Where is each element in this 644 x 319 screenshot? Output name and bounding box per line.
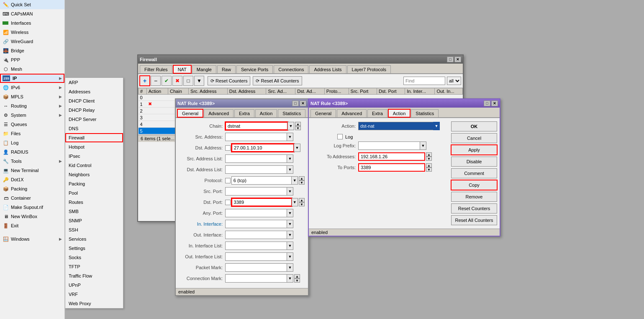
tab-connections[interactable]: Connections [274, 65, 308, 73]
sidebar-item-ip[interactable]: 255 IP ▶ [0, 74, 64, 83]
tab-address-lists[interactable]: Address Lists [309, 65, 346, 73]
disable-button[interactable]: Disable [451, 157, 497, 167]
src-addr-list-dropdown[interactable]: ▼ [287, 154, 293, 163]
dst-port-check[interactable] [225, 200, 231, 205]
submenu-smb[interactable]: SMB [65, 207, 123, 216]
cancel-button[interactable]: Cancel [451, 133, 497, 143]
fw-reset-counters-btn[interactable]: ⟳Reset Counters [208, 76, 250, 85]
submenu-hotspot[interactable]: Hotspot [65, 142, 123, 152]
nat-right-tab-action[interactable]: Action [388, 109, 411, 117]
src-address-list-input[interactable] [225, 154, 287, 163]
sidebar-item-radius[interactable]: 👤 RADIUS [0, 147, 64, 157]
submenu-upnp[interactable]: UPnP [65, 280, 123, 290]
to-addr-scroll-dn[interactable]: ▼ [426, 157, 432, 161]
sidebar-item-log[interactable]: 📋 Log [0, 138, 64, 147]
sidebar-item-exit[interactable]: 🚪 Exit [0, 221, 64, 230]
dst-port-scroll-up[interactable]: ▲ [299, 198, 305, 202]
protocol-input[interactable] [231, 176, 292, 185]
tab-mangle[interactable]: Mangle [192, 65, 216, 73]
fw-remove-btn[interactable]: − [151, 76, 161, 86]
sidebar-item-interfaces[interactable]: Interfaces [0, 18, 64, 28]
ok-button[interactable]: OK [451, 121, 497, 131]
log-prefix-dropdown[interactable]: ▼ [420, 141, 426, 150]
sidebar-item-mesh[interactable]: ⬡ Mesh [0, 64, 64, 74]
fw-close-btn[interactable]: ✕ [454, 57, 461, 62]
fw-search-select[interactable]: all [447, 77, 461, 85]
chain-input[interactable] [225, 122, 288, 130]
sidebar-item-windows[interactable]: 🪟 Windows ▶ [0, 234, 64, 244]
log-checkbox[interactable] [337, 134, 343, 139]
copy-button[interactable]: Copy [451, 180, 497, 190]
dst-port-input[interactable] [231, 198, 292, 206]
tab-layer7[interactable]: Layer7 Protocols [347, 65, 391, 73]
in-interface-input[interactable] [225, 220, 287, 228]
fw-copy-icon[interactable]: □ [183, 76, 193, 86]
fw-filter-icon[interactable]: ▼ [194, 76, 204, 86]
submenu-settings[interactable]: Settings [65, 244, 123, 253]
sidebar-item-quickset[interactable]: ✏️ Quick Set [0, 0, 64, 9]
sidebar-item-packing[interactable]: 📦 Packing [0, 184, 64, 193]
submenu-arp[interactable]: ARP [65, 78, 123, 87]
fw-minimize-btn[interactable]: □ [447, 57, 454, 62]
to-ports-scroll-dn[interactable]: ▼ [426, 167, 432, 172]
out-interface-input[interactable] [225, 231, 287, 239]
protocol-check[interactable] [225, 178, 231, 183]
packet-mark-dropdown[interactable]: ▼ [287, 263, 293, 272]
out-iface-dropdown[interactable]: ▼ [287, 231, 293, 239]
dst-address-input[interactable] [231, 144, 294, 152]
out-iface-list-dropdown[interactable]: ▼ [287, 252, 293, 261]
apply-button[interactable]: Apply [451, 145, 497, 155]
to-ports-input[interactable] [358, 163, 425, 172]
sidebar-item-wireless[interactable]: 📶 Wireless [0, 28, 64, 37]
submenu-vrf[interactable]: VRF [65, 290, 123, 299]
submenu-dns[interactable]: DNS [65, 124, 123, 133]
dst-port-dropdown[interactable]: ▼ [292, 198, 298, 206]
submenu-kid-control[interactable]: Kid Control [65, 161, 123, 170]
submenu-routes[interactable]: Routes [65, 198, 123, 207]
tab-filter-rules[interactable]: Filter Rules [140, 65, 172, 73]
tab-nat[interactable]: NAT [173, 65, 191, 73]
tab-service-ports[interactable]: Service Ports [236, 65, 273, 73]
comment-button[interactable]: Comment [451, 168, 497, 178]
sidebar-item-capsman[interactable]: ⌨ CAPsMAN [0, 9, 64, 18]
chain-dropdown-btn[interactable]: ▼ [287, 122, 294, 130]
nat-left-close[interactable]: ✕ [300, 100, 306, 106]
sidebar-item-wireguard[interactable]: 🔗 WireGuard [0, 37, 64, 46]
nat-right-close[interactable]: ✕ [491, 100, 498, 106]
submenu-services[interactable]: Services [65, 234, 123, 244]
fw-add-btn[interactable]: + [140, 76, 150, 86]
reset-all-counters-button[interactable]: Reset All Counters [451, 215, 497, 225]
nat-right-tab-statistics[interactable]: Statistics [411, 109, 439, 117]
sidebar-item-container[interactable]: 🗃 Container [0, 193, 64, 203]
chain-scroll-up[interactable]: ▲ [295, 122, 301, 126]
submenu-traffic-flow[interactable]: Traffic Flow [65, 271, 123, 280]
action-dropdown-btn[interactable]: ▼ [433, 122, 440, 130]
submenu-ipsec[interactable]: IPsec [65, 152, 123, 161]
remove-button[interactable]: Remove [451, 192, 497, 202]
log-prefix-input[interactable] [358, 141, 420, 150]
conn-mark-dropdown[interactable]: ▼ [287, 274, 293, 283]
to-addr-scroll-up[interactable]: ▲ [426, 152, 432, 157]
nat-right-minimize[interactable]: □ [484, 100, 490, 106]
submenu-neighbors[interactable]: Neighbors [65, 170, 123, 179]
submenu-ssh[interactable]: SSH [65, 225, 123, 234]
to-ports-scroll-up[interactable]: ▲ [426, 163, 432, 167]
submenu-snmp[interactable]: SNMP [65, 216, 123, 225]
submenu-dhcp-client[interactable]: DHCP Client [65, 96, 123, 105]
dst-address-list-input[interactable] [225, 165, 287, 174]
src-addr-dropdown[interactable]: ▼ [287, 133, 293, 141]
sidebar-item-bridge[interactable]: 🌉 Bridge [0, 46, 64, 55]
fw-search-input[interactable] [403, 77, 445, 85]
dst-addr-check[interactable] [225, 145, 231, 151]
submenu-socks[interactable]: Socks [65, 253, 123, 262]
submenu-dhcp-relay[interactable]: DHCP Relay [65, 105, 123, 115]
dst-addr-dropdown[interactable]: ▼ [294, 144, 300, 152]
sidebar-item-routing[interactable]: ↔ Routing ▶ [0, 101, 64, 111]
fw-disable-btn[interactable]: ✖ [172, 76, 182, 86]
submenu-dhcp-server[interactable]: DHCP Server [65, 115, 123, 124]
chain-scroll-dn[interactable]: ▼ [295, 126, 301, 130]
any-port-input[interactable] [225, 209, 287, 217]
nat-left-tab-advanced[interactable]: Advanced [204, 109, 233, 117]
reset-counters-button[interactable]: Reset Counters [451, 203, 497, 214]
sidebar-item-queues[interactable]: ☰ Queues [0, 120, 64, 129]
